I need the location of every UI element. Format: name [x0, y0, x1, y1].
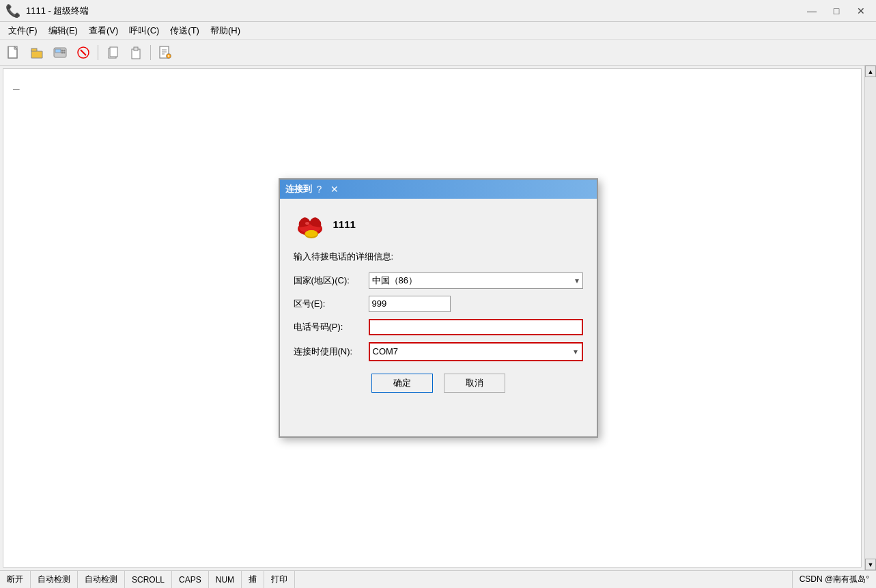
svg-point-6	[61, 49, 63, 51]
menu-item-edit[interactable]: 编辑(E)	[43, 22, 83, 39]
properties-button[interactable]	[154, 42, 176, 63]
scroll-up-arrow[interactable]: ▲	[865, 66, 876, 77]
dialog-body: 1111 输入待拨电话的详细信息: 国家(地区)(C): 中国（86） 区号(E…	[280, 199, 597, 404]
svg-point-8	[61, 51, 63, 53]
phone-icon	[294, 208, 326, 241]
open-button[interactable]	[26, 42, 48, 63]
copy-button[interactable]	[102, 42, 124, 63]
toolbar-separator-1	[98, 45, 98, 60]
dialog-title-text: 连接到	[285, 183, 312, 195]
svg-point-26	[305, 230, 317, 237]
phone-button[interactable]	[49, 42, 71, 63]
svg-rect-13	[110, 47, 117, 57]
country-select-wrapper: 中国（86）	[369, 272, 583, 289]
svg-line-11	[81, 50, 86, 55]
menu-item-transfer[interactable]: 传送(T)	[165, 22, 205, 39]
menu-item-view[interactable]: 查看(V)	[83, 22, 124, 39]
dial-description: 输入待拨电话的详细信息:	[294, 251, 583, 263]
title-text: 1111 - 超级终端	[26, 5, 797, 17]
country-select[interactable]: 中国（86）	[369, 272, 583, 289]
connection-name: 1111	[333, 219, 356, 230]
connect-dialog: 连接到 ? ✕	[279, 178, 598, 438]
phone-input[interactable]	[369, 319, 583, 335]
terminal-cursor: _	[13, 77, 20, 90]
svg-point-7	[63, 49, 66, 51]
scroll-track[interactable]	[865, 77, 876, 559]
dialog-help-button[interactable]: ?	[312, 182, 327, 196]
phone-number-row: 电话号码(P):	[294, 319, 583, 335]
status-item-print: 打印	[264, 571, 295, 588]
app-icon: 📞	[5, 3, 20, 18]
status-bar: 断开自动检测自动检测SCROLLCAPSNUM捕打印CSDN @南有孤岛°	[0, 570, 876, 588]
maximize-button[interactable]: □	[827, 3, 846, 18]
toolbar	[0, 40, 876, 66]
area-input[interactable]	[369, 296, 451, 312]
toolbar-separator-2	[150, 45, 151, 60]
ok-button[interactable]: 确定	[371, 374, 433, 393]
area-code-row: 区号(E):	[294, 296, 583, 312]
svg-rect-15	[134, 47, 138, 51]
country-row: 国家(地区)(C): 中国（86）	[294, 272, 583, 289]
phone-label: 电话号码(P):	[294, 321, 369, 333]
svg-rect-5	[55, 49, 61, 53]
status-item-auto1: 自动检测	[31, 571, 78, 588]
minimize-button[interactable]: —	[802, 3, 821, 18]
phone-header: 1111	[294, 208, 583, 241]
svg-point-27	[305, 222, 309, 225]
new-button[interactable]	[3, 42, 25, 63]
status-item-num: NUM	[209, 571, 242, 588]
status-item-caps: CAPS	[172, 571, 209, 588]
dialog-titlebar: 连接到 ? ✕	[280, 180, 597, 199]
status-item-scroll: SCROLL	[125, 571, 172, 588]
status-item-disconnect: 断开	[0, 571, 31, 588]
menu-bar: 文件(F)编辑(E)查看(V)呼叫(C)传送(T)帮助(H)	[0, 22, 876, 40]
menu-item-file[interactable]: 文件(F)	[3, 22, 43, 39]
close-button[interactable]: ✕	[851, 3, 871, 18]
connect-using-row: 连接时使用(N): COM7 COM1 COM2 COM3 COM4 COM5 …	[294, 342, 583, 361]
dialog-close-button[interactable]: ✕	[327, 182, 342, 196]
svg-rect-3	[31, 48, 37, 51]
menu-item-call[interactable]: 呼叫(C)	[124, 22, 165, 39]
title-bar: 📞 1111 - 超级终端 — □ ✕	[0, 0, 876, 22]
area-label: 区号(E):	[294, 298, 369, 310]
connect-label: 连接时使用(N):	[294, 346, 369, 358]
status-item-capture: 捕	[242, 571, 264, 588]
connect-select[interactable]: COM7 COM1 COM2 COM3 COM4 COM5 COM6 COM8	[369, 342, 583, 361]
menu-item-help[interactable]: 帮助(H)	[205, 22, 246, 39]
area-input-wrapper	[369, 296, 583, 312]
disconnect-button[interactable]	[72, 42, 94, 63]
scrollbar-right[interactable]: ▲ ▼	[864, 66, 876, 570]
status-right: CSDN @南有孤岛°	[792, 571, 876, 588]
connect-select-wrapper: COM7 COM1 COM2 COM3 COM4 COM5 COM6 COM8	[369, 342, 583, 361]
dialog-buttons: 确定 取消	[294, 374, 583, 393]
paste-button[interactable]	[125, 42, 147, 63]
status-item-auto2: 自动检测	[78, 571, 125, 588]
svg-point-9	[63, 51, 66, 53]
cancel-button[interactable]: 取消	[444, 374, 505, 393]
country-label: 国家(地区)(C):	[294, 275, 369, 287]
scroll-down-arrow[interactable]: ▼	[865, 559, 876, 570]
